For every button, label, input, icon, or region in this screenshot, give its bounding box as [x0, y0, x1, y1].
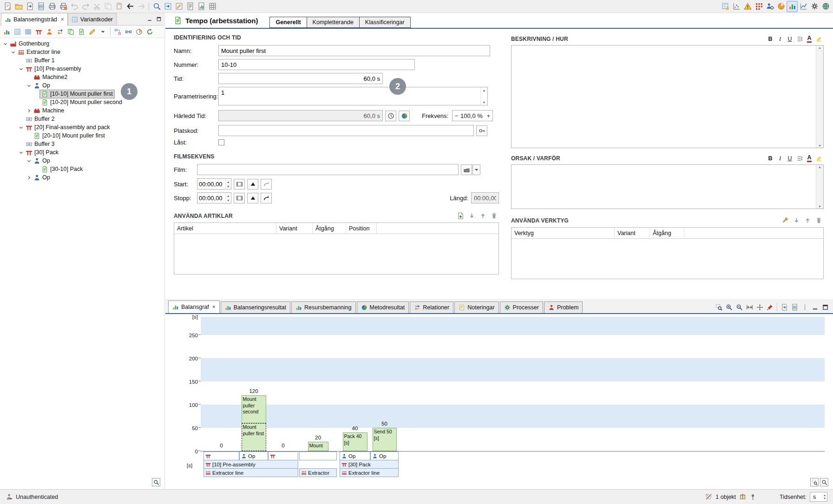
verktyg-table[interactable]: VerktygVariantÅtgång [511, 227, 824, 279]
start-grab-frame-button[interactable] [234, 179, 245, 190]
add-artikel-button[interactable] [456, 211, 466, 221]
expander-icon[interactable] [10, 50, 16, 55]
tree-document-icon[interactable] [76, 26, 87, 37]
column-header[interactable]: Artikel [174, 223, 276, 234]
parametrisering-up-button[interactable]: ▲ [481, 88, 487, 92]
tree-item[interactable]: Machine [0, 106, 164, 115]
tree-item[interactable]: [20] Final-assembly and pack [0, 123, 164, 131]
expander-icon[interactable] [18, 125, 24, 130]
namn-input[interactable] [218, 45, 490, 56]
expander-icon[interactable] [26, 158, 32, 164]
bold-button[interactable]: B [766, 34, 775, 44]
tree-item[interactable]: Op [0, 81, 164, 90]
platskod-input[interactable] [218, 125, 474, 136]
tree-relations-icon[interactable] [112, 26, 123, 37]
time-recalc-button[interactable] [385, 111, 396, 121]
back-icon[interactable] [125, 1, 136, 12]
tree-item[interactable]: [30-10] Pack [0, 165, 164, 173]
time-distribution-button[interactable] [399, 111, 410, 121]
tab-generellt[interactable]: Generellt [269, 17, 307, 28]
tree-item-content[interactable]: Op [32, 82, 52, 90]
tree-columns-icon[interactable] [23, 26, 33, 37]
tree-item[interactable]: Op [0, 173, 164, 182]
panel-minimize-button[interactable] [145, 15, 154, 23]
filter-off-icon[interactable] [705, 493, 712, 500]
artikel-move-down-button[interactable] [467, 211, 477, 221]
tree-item-content[interactable]: [30-10] Pack [40, 165, 84, 173]
italic-button[interactable]: I [775, 34, 785, 44]
column-header[interactable]: Position [346, 223, 377, 234]
tab-balanseringsträd[interactable]: Balanseringsträd× [1, 13, 68, 26]
bar-segment[interactable]: Mount puller second [242, 395, 266, 423]
parametrisering-input[interactable]: ▲ ▼ [218, 87, 488, 105]
tab-klassificeringar[interactable]: Klassificeringar [359, 17, 411, 28]
tree-chart-icon[interactable] [1, 26, 12, 37]
expander-icon[interactable] [2, 41, 8, 46]
tree-item[interactable]: Machine2 [0, 73, 164, 81]
panel-maximize-button[interactable] [155, 15, 163, 23]
artikel-move-up-button[interactable] [478, 211, 488, 221]
import-icon[interactable] [162, 1, 173, 12]
scatter-view-icon[interactable] [731, 1, 742, 12]
frekvens-decrease-button[interactable]: − [453, 111, 460, 121]
parametrisering-down-button[interactable]: ▼ [481, 100, 487, 105]
tree-item[interactable]: [10] Pre-assembly [0, 65, 164, 73]
bar-segment[interactable]: Pack 40 [s] [343, 432, 367, 451]
close-icon[interactable]: × [61, 16, 64, 23]
tree-item[interactable]: Buffer 1 [0, 56, 164, 65]
forward-icon[interactable] [136, 1, 147, 12]
tree-item[interactable]: [20-10] Mount puller first [0, 131, 164, 140]
tree-item-content[interactable]: Op [32, 157, 52, 165]
column-header[interactable]: Verktyg [512, 228, 615, 238]
tab-variantkoder[interactable]: Variantkoder [68, 13, 117, 25]
scroll-up-icon[interactable]: ▲ [818, 46, 821, 49]
tree-item-content[interactable]: [10-20] Mount puller second [40, 98, 124, 106]
line-spacing-button[interactable] [795, 154, 804, 163]
artiklar-table[interactable]: ArtikelVariantÅtgångPosition [174, 223, 499, 275]
copy-icon[interactable] [102, 1, 113, 12]
tree-item-content[interactable]: [20-10] Mount puller first [32, 132, 106, 140]
column-header[interactable]: Åtgång [650, 228, 684, 238]
tab-metodresultat[interactable]: Metodresultat [357, 301, 409, 313]
start-set-marker-button[interactable] [247, 179, 258, 190]
tab-processer[interactable]: Processer [500, 301, 543, 313]
beskrivning-textarea[interactable]: ▲▼ [511, 45, 824, 148]
column-header[interactable]: Variant [276, 223, 313, 234]
tree-item[interactable]: Buffer 2 [0, 115, 164, 123]
annotate-icon[interactable] [173, 1, 184, 12]
undo-icon[interactable] [69, 1, 80, 12]
axis-cell[interactable] [268, 452, 298, 460]
orsak-scrollbar[interactable]: ▲▼ [816, 165, 823, 209]
tree-resource-icon[interactable] [44, 26, 55, 37]
bar-segment[interactable]: Mount puller first [242, 423, 266, 451]
start-up-button[interactable]: ▲ [226, 179, 231, 184]
tree-item[interactable]: Extractor line [0, 48, 164, 56]
tree-item-content[interactable]: Op [32, 174, 52, 182]
tree-item-content[interactable]: [10] Pre-assembly [24, 65, 83, 73]
artikel-delete-button[interactable] [489, 211, 499, 221]
start-jump-button[interactable] [261, 179, 272, 190]
tree-item-content[interactable]: Extractor line [16, 48, 62, 56]
tree-table-icon[interactable] [12, 26, 23, 37]
axis-cell[interactable]: Op [239, 452, 268, 460]
parametrisering-value[interactable] [219, 87, 480, 98]
tree-item-content[interactable]: Buffer 3 [24, 140, 56, 148]
film-select-button[interactable] [461, 164, 472, 175]
stopp-input[interactable]: ▲ ▼ [197, 192, 231, 203]
export-document-icon[interactable] [24, 1, 35, 12]
scroll-down-icon[interactable]: ▼ [818, 144, 821, 147]
platskod-picker-button[interactable] [476, 125, 487, 136]
beskrivning-scrollbar[interactable]: ▲▼ [816, 46, 823, 148]
axis-cell[interactable]: [30] Pack [340, 460, 399, 469]
tree-item-content[interactable]: Machine2 [32, 73, 69, 81]
document-lines-icon[interactable] [184, 1, 196, 12]
resource-view-icon[interactable] [764, 1, 775, 12]
tree-time-icon[interactable] [134, 26, 144, 37]
add-verktyg-button[interactable] [781, 216, 790, 225]
report-icon[interactable] [35, 1, 46, 12]
stopp-grab-frame-button[interactable] [234, 193, 245, 203]
cut-icon[interactable] [91, 1, 102, 12]
font-color-button[interactable]: A [805, 154, 814, 163]
verktyg-move-down-button[interactable] [792, 216, 801, 225]
matrix-view-icon[interactable] [753, 1, 764, 12]
